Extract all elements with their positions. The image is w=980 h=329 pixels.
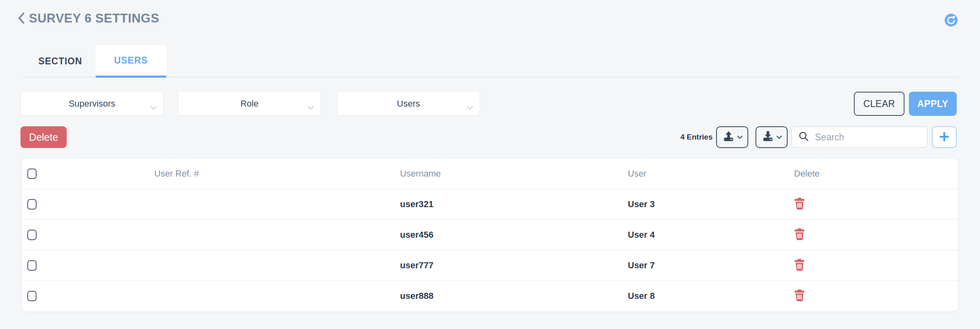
search-input[interactable] — [815, 132, 921, 143]
entries-count: 4 Entries — [680, 126, 713, 148]
users-dropdown-value: Users — [397, 99, 420, 109]
plus-icon — [939, 132, 949, 143]
cell-username: user888 — [400, 291, 433, 301]
chevron-down-icon — [150, 102, 157, 113]
chevron-down-icon — [737, 134, 743, 140]
column-header-delete: Delete — [794, 169, 820, 179]
table-row: user777 User 7 — [22, 250, 958, 281]
chevron-down-icon — [308, 102, 314, 113]
row-checkbox[interactable] — [27, 260, 37, 271]
tab-section[interactable]: SECTION — [25, 45, 96, 78]
trash-icon — [794, 228, 805, 241]
trash-icon — [794, 290, 805, 303]
column-header-user: User — [628, 169, 646, 179]
page-title: SURVEY 6 SETTINGS — [29, 11, 159, 26]
cell-username: user777 — [400, 260, 433, 271]
row-checkbox[interactable] — [27, 230, 37, 240]
chevron-down-icon — [467, 102, 473, 113]
cell-user: User 8 — [628, 291, 655, 301]
table-row: user888 User 8 — [22, 281, 958, 311]
chevron-left-icon — [18, 12, 25, 25]
row-delete-button[interactable] — [794, 290, 805, 303]
select-all-checkbox[interactable] — [27, 169, 37, 179]
column-header-user-ref: User Ref. # — [154, 169, 199, 179]
cell-username: user321 — [400, 199, 433, 210]
row-delete-button[interactable] — [794, 197, 805, 211]
cell-user: User 4 — [628, 230, 655, 240]
tab-bar: SECTION USERS — [25, 45, 166, 78]
row-delete-button[interactable] — [794, 228, 805, 241]
upload-tray-icon — [722, 131, 735, 144]
search-icon — [798, 131, 809, 144]
survey-settings-page: SURVEY 6 SETTINGS SECTION USERS Supervis… — [0, 0, 980, 329]
supervisors-dropdown[interactable]: Supervisors — [20, 91, 163, 116]
chevron-down-icon — [776, 134, 782, 140]
export-button[interactable] — [755, 126, 788, 148]
table-header-row: User Ref. # Username User Delete — [22, 158, 958, 189]
cell-username: user456 — [400, 230, 433, 240]
header-bar: SURVEY 6 SETTINGS — [18, 11, 159, 26]
import-button[interactable] — [716, 126, 748, 148]
clear-button[interactable]: CLEAR — [854, 92, 904, 116]
trash-icon — [794, 197, 805, 211]
refresh-button[interactable] — [945, 14, 958, 27]
table-row: user456 User 4 — [22, 220, 958, 250]
row-checkbox[interactable] — [27, 291, 37, 301]
users-table: User Ref. # Username User Delete user321… — [22, 158, 958, 311]
tab-users[interactable]: USERS — [96, 45, 166, 78]
row-delete-button[interactable] — [794, 259, 805, 272]
trash-icon — [794, 259, 805, 272]
back-button[interactable] — [18, 12, 25, 25]
column-header-username: Username — [400, 169, 441, 179]
table-row: user321 User 3 — [22, 189, 958, 220]
refresh-icon — [945, 22, 958, 28]
add-user-button[interactable] — [932, 126, 957, 148]
supervisors-dropdown-value: Supervisors — [69, 99, 115, 109]
download-tray-icon — [762, 131, 774, 144]
role-dropdown-value: Role — [240, 99, 258, 109]
row-checkbox[interactable] — [27, 199, 37, 210]
cell-user: User 3 — [628, 199, 655, 210]
role-dropdown[interactable]: Role — [178, 91, 321, 116]
users-dropdown[interactable]: Users — [337, 91, 480, 116]
delete-selected-button[interactable]: Delete — [20, 126, 67, 148]
apply-button[interactable]: APPLY — [909, 92, 957, 116]
cell-user: User 7 — [628, 260, 655, 271]
search-box — [791, 126, 928, 148]
